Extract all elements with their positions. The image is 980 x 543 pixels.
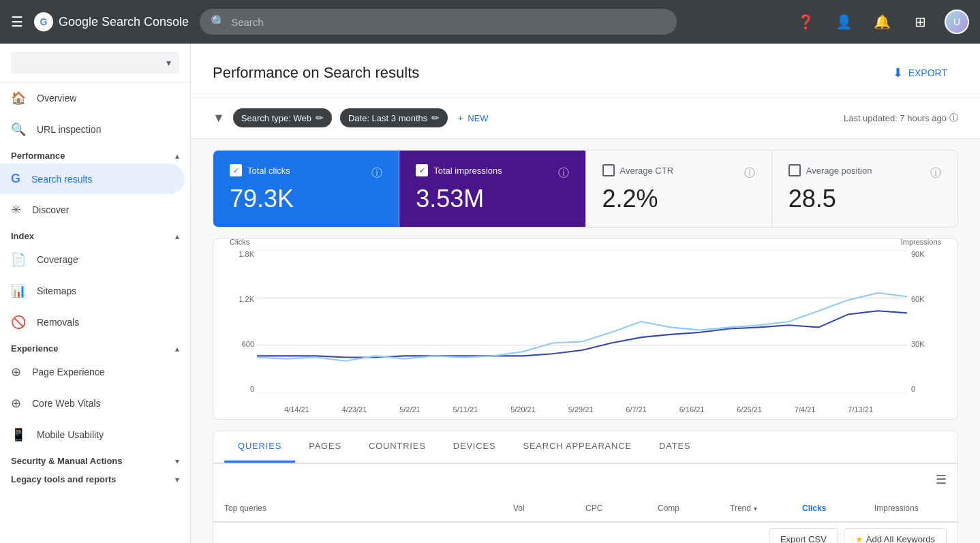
export-button[interactable]: ⬇ EXPORT [882, 60, 958, 86]
section-header-experience[interactable]: Experience ▴ [0, 338, 190, 356]
add-filter-button[interactable]: ＋ NEW [456, 112, 488, 124]
section-label-experience: Experience [11, 343, 58, 354]
column-header-impressions[interactable]: Impressions [874, 503, 947, 513]
property-value [19, 58, 22, 68]
table-filter-icon[interactable]: ☰ [936, 472, 947, 487]
y-axis-impressions-label: Impressions [901, 238, 941, 246]
page-title: Performance on Search results [213, 64, 419, 82]
sidebar-item-mobile-usability[interactable]: 📱 Mobile Usability [0, 419, 185, 450]
chevron-up-icon: ▴ [175, 344, 179, 354]
avatar[interactable]: U [945, 10, 969, 34]
tab-pages[interactable]: PAGES [295, 431, 355, 463]
filter-icon[interactable]: ▼ [213, 111, 225, 125]
sidebar-item-discover[interactable]: ✳ Discover [0, 194, 185, 226]
header-icons: ❓ 👤 🔔 ⊞ U [792, 8, 969, 35]
metric-label-impressions: Total impressions [433, 166, 502, 176]
section-label-legacy: Legacy tools and reports [11, 474, 117, 484]
filter-bar: ▼ Search type: Web ✏ Date: Last 3 months… [191, 97, 980, 139]
tab-dates[interactable]: DATES [645, 431, 704, 463]
sidebar-item-sitemaps[interactable]: 📊 Sitemaps [0, 275, 185, 307]
column-header-trend[interactable]: Trend ▾ [730, 503, 802, 513]
chevron-up-icon: ▴ [175, 151, 179, 161]
search-icon: 🔍 [211, 14, 226, 29]
last-updated-text: Last updated: 7 hours ago ⓘ [844, 112, 958, 124]
edit-icon: ✏ [431, 112, 440, 123]
sidebar-item-label: Mobile Usability [37, 429, 104, 440]
column-header-comp[interactable]: Comp [658, 503, 730, 513]
metric-checkbox-ctr[interactable] [602, 164, 615, 176]
metric-checkbox-impressions[interactable] [416, 164, 428, 176]
sidebar-item-label: Discover [32, 204, 69, 215]
column-header-clicks[interactable]: Clicks [802, 503, 874, 513]
sidebar-item-label: Sitemaps [37, 285, 76, 296]
export-csv-button[interactable]: Export CSV [769, 528, 838, 543]
plus-icon: ＋ [456, 112, 465, 124]
sidebar-item-label: Search results [31, 174, 92, 185]
sidebar-item-core-web-vitals[interactable]: ⊕ Core Web Vitals [0, 388, 185, 419]
account-circle-icon[interactable]: 👤 [830, 8, 857, 35]
help-icon[interactable]: ❓ [792, 8, 819, 35]
metric-card-average-position[interactable]: Average position ⓘ 28.5 [772, 151, 958, 227]
tab-countries[interactable]: COUNTRIES [355, 431, 440, 463]
metrics-row: Total clicks ⓘ 79.3K Total impressions ⓘ… [213, 150, 958, 228]
sidebar-item-label: Page Experience [32, 367, 105, 377]
search-type-filter[interactable]: Search type: Web ✏ [233, 108, 332, 127]
sidebar-item-page-experience[interactable]: ⊕ Page Experience [0, 356, 185, 388]
discover-icon: ✳ [11, 202, 21, 217]
chart-svg-container [257, 250, 907, 393]
metric-checkbox-clicks[interactable] [230, 164, 242, 176]
metric-card-average-ctr[interactable]: Average CTR ⓘ 2.2% [586, 151, 772, 227]
date-filter[interactable]: Date: Last 3 months ✏ [340, 108, 448, 127]
section-header-index[interactable]: Index ▴ [0, 226, 190, 244]
section-header-legacy[interactable]: Legacy tools and reports ▾ [0, 469, 190, 487]
sidebar-item-search-results[interactable]: G Search results [0, 164, 185, 194]
tab-search-appearance[interactable]: SEARCH APPEARANCE [509, 431, 645, 463]
section-label-index: Index [11, 231, 34, 241]
sidebar-item-url-inspection[interactable]: 🔍 URL inspection [0, 114, 185, 145]
property-dropdown[interactable]: ▾ [11, 52, 179, 74]
menu-icon[interactable]: ☰ [11, 14, 23, 30]
section-header-performance[interactable]: Performance ▴ [0, 145, 190, 164]
metric-card-total-clicks[interactable]: Total clicks ⓘ 79.3K [213, 151, 399, 227]
chart-x-labels: 4/14/21 4/23/21 5/2/21 5/11/21 5/20/21 5… [284, 405, 873, 414]
help-icon[interactable]: ⓘ [371, 166, 382, 181]
page-experience-icon: ⊕ [11, 364, 21, 379]
section-label-security: Security & Manual Actions [11, 456, 123, 466]
help-icon[interactable]: ⓘ [744, 166, 755, 181]
search-input[interactable] [231, 16, 666, 28]
app-header: ☰ G Google Search Console 🔍 ❓ 👤 🔔 ⊞ U [0, 0, 980, 44]
metric-label-clicks: Total clicks [247, 166, 290, 176]
property-selector[interactable]: ▾ [0, 44, 190, 82]
chart-container: Clicks 1.8K 1.2K 600 0 Impressions 90K 6… [230, 250, 941, 414]
metric-label-position: Average position [806, 166, 872, 176]
notifications-icon[interactable]: 🔔 [868, 8, 895, 35]
help-icon[interactable]: ⓘ [558, 166, 569, 181]
tab-queries[interactable]: QUERIES [224, 431, 295, 463]
section-label-performance: Performance [11, 151, 65, 161]
sidebar-item-coverage[interactable]: 📄 Coverage [0, 244, 185, 275]
sidebar-item-label: URL inspection [37, 124, 101, 135]
apps-icon[interactable]: ⊞ [906, 8, 934, 35]
removals-icon: 🚫 [11, 315, 26, 330]
home-icon: 🏠 [11, 91, 26, 106]
metric-card-total-impressions[interactable]: Total impressions ⓘ 3.53M [399, 151, 585, 227]
mobile-icon: 📱 [11, 427, 26, 442]
metric-checkbox-position[interactable] [788, 164, 801, 176]
help-icon[interactable]: ⓘ [949, 112, 958, 124]
help-icon[interactable]: ⓘ [930, 166, 941, 181]
column-header-vol[interactable]: Vol [513, 503, 585, 513]
sidebar-item-removals[interactable]: 🚫 Removals [0, 307, 185, 338]
metric-value-clicks: 79.3K [230, 185, 382, 213]
download-icon: ⬇ [893, 65, 903, 80]
metric-value-ctr: 2.2% [602, 185, 755, 213]
sidebar-item-overview[interactable]: 🏠 Overview [0, 82, 185, 114]
chevron-up-icon: ▴ [175, 232, 179, 241]
google-g-icon: G [11, 172, 20, 186]
add-all-keywords-button[interactable]: ★ Add All Keywords [844, 528, 947, 543]
page-header: Performance on Search results ⬇ EXPORT [191, 44, 980, 97]
section-header-security[interactable]: Security & Manual Actions ▾ [0, 450, 190, 469]
search-bar[interactable]: 🔍 [200, 9, 677, 35]
column-header-cpc[interactable]: CPC [585, 503, 658, 513]
tab-devices[interactable]: DEVICES [440, 431, 510, 463]
tabs-section: QUERIES PAGES COUNTRIES DEVICES SEARCH A… [213, 431, 958, 464]
